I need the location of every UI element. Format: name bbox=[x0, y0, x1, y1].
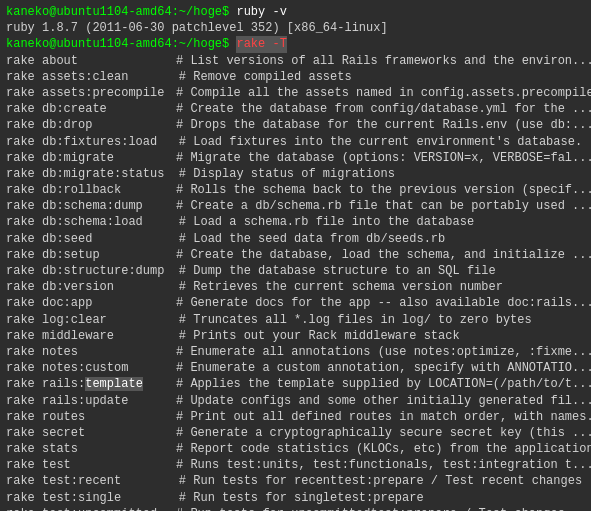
rake-task-name: rake secret bbox=[6, 425, 176, 441]
terminal-line: rake db:fixtures:load # Load fixtures in… bbox=[6, 134, 585, 150]
rake-task-name: rake db:structure:dump bbox=[6, 263, 179, 279]
rake-task-desc: # Create a db/schema.rb file that can be… bbox=[176, 198, 591, 214]
rake-task-name: rake db:version bbox=[6, 279, 179, 295]
rake-task-name: rake assets:clean bbox=[6, 69, 179, 85]
rake-task-desc: # Run tests for recenttest:prepare / Tes… bbox=[179, 473, 582, 489]
terminal-line: rake test # Runs test:units, test:functi… bbox=[6, 457, 585, 473]
terminal-line: rake rails:update # Update configs and s… bbox=[6, 393, 585, 409]
terminal-line: rake stats # Report code statistics (KLO… bbox=[6, 441, 585, 457]
rake-task-desc: # Generate a cryptographically secure se… bbox=[176, 425, 591, 441]
rake-task-name: rake rails:update bbox=[6, 393, 176, 409]
rake-task-name: rake doc:app bbox=[6, 295, 176, 311]
terminal-line: rake test:single # Run tests for singlet… bbox=[6, 490, 585, 506]
terminal-line: rake test:recent # Run tests for recentt… bbox=[6, 473, 585, 489]
terminal-line: rake db:version # Retrieves the current … bbox=[6, 279, 585, 295]
rake-task-name: rake db:setup bbox=[6, 247, 176, 263]
terminal-line: kaneko@ubuntu1104-amd64:~/hoge$ ruby -v bbox=[6, 4, 585, 20]
rake-task-desc: # Dump the database structure to an SQL … bbox=[179, 263, 496, 279]
rake-task-desc: # Compile all the assets named in config… bbox=[176, 85, 591, 101]
terminal-line: rake db:rollback # Rolls the schema back… bbox=[6, 182, 585, 198]
prompt: kaneko@ubuntu1104-amd64:~/hoge$ bbox=[6, 36, 236, 52]
terminal-line: rake about # List versions of all Rails … bbox=[6, 53, 585, 69]
rake-task-name: rake db:rollback bbox=[6, 182, 176, 198]
rake-task-name: rake db:schema:load bbox=[6, 214, 179, 230]
rake-task-name: rake routes bbox=[6, 409, 176, 425]
terminal-line: rake db:structure:dump # Dump the databa… bbox=[6, 263, 585, 279]
terminal-line: rake db:schema:load # Load a schema.rb f… bbox=[6, 214, 585, 230]
rake-task-desc: # List versions of all Rails frameworks … bbox=[176, 53, 591, 69]
rake-task-desc: # Generate docs for the app -- also avai… bbox=[176, 295, 591, 311]
rake-task-name: rake db:migrate:status bbox=[6, 166, 179, 182]
rake-task-desc: # Create the database, load the schema, … bbox=[176, 247, 591, 263]
rake-task-name: rake notes:custom bbox=[6, 360, 176, 376]
rake-task-name: rake db:fixtures:load bbox=[6, 134, 179, 150]
rake-task-name: rake stats bbox=[6, 441, 176, 457]
terminal-line: rake notes # Enumerate all annotations (… bbox=[6, 344, 585, 360]
terminal-line: ruby 1.8.7 (2011-06-30 patchlevel 352) [… bbox=[6, 20, 585, 36]
terminal-line: rake db:drop # Drops the database for th… bbox=[6, 117, 585, 133]
prompt: kaneko@ubuntu1104-amd64:~/hoge$ bbox=[6, 4, 236, 20]
terminal-line: rake assets:precompile # Compile all the… bbox=[6, 85, 585, 101]
rake-task-desc: # Print out all defined routes in match … bbox=[176, 409, 591, 425]
terminal-line: rake db:create # Create the database fro… bbox=[6, 101, 585, 117]
rake-task-desc: # Prints out your Rack middleware stack bbox=[179, 328, 460, 344]
rake-task-desc: # Remove compiled assets bbox=[179, 69, 352, 85]
rake-task-name: rake db:seed bbox=[6, 231, 179, 247]
command: ruby -v bbox=[236, 4, 286, 20]
rake-task-desc: # Applies the template supplied by LOCAT… bbox=[176, 376, 591, 392]
rake-task-desc: # Migrate the database (options: VERSION… bbox=[176, 150, 591, 166]
terminal-line: rake doc:app # Generate docs for the app… bbox=[6, 295, 585, 311]
rake-task-desc: # Rolls the schema back to the previous … bbox=[176, 182, 591, 198]
terminal-line: rake db:setup # Create the database, loa… bbox=[6, 247, 585, 263]
rake-task-desc: # Run tests for singletest:prepare bbox=[179, 490, 424, 506]
rake-task-desc: # Load fixtures into the current environ… bbox=[179, 134, 582, 150]
rake-task-desc: # Runs test:units, test:functionals, tes… bbox=[176, 457, 591, 473]
rake-task-name: rake db:create bbox=[6, 101, 176, 117]
terminal-line: kaneko@ubuntu1104-amd64:~/hoge$ rake -T bbox=[6, 36, 585, 52]
terminal-line: rake test:uncommitted # Run tests for un… bbox=[6, 506, 585, 511]
terminal-line: rake secret # Generate a cryptographical… bbox=[6, 425, 585, 441]
terminal-line: rake notes:custom # Enumerate a custom a… bbox=[6, 360, 585, 376]
rake-task-name: rake db:drop bbox=[6, 117, 176, 133]
rake-task-name: rake test:recent bbox=[6, 473, 179, 489]
rake-task-name: rake rails:template bbox=[6, 376, 176, 392]
rake-task-desc: # Retrieves the current schema version n… bbox=[179, 279, 503, 295]
rake-task-desc: # Display status of migrations bbox=[179, 166, 395, 182]
rake-task-name: rake test:single bbox=[6, 490, 179, 506]
rake-task-desc: # Load a schema.rb file into the databas… bbox=[179, 214, 474, 230]
terminal-line: rake log:clear # Truncates all *.log fil… bbox=[6, 312, 585, 328]
terminal-line: rake rails:template # Applies the templa… bbox=[6, 376, 585, 392]
terminal-line: rake assets:clean # Remove compiled asse… bbox=[6, 69, 585, 85]
terminal-line: rake db:migrate # Migrate the database (… bbox=[6, 150, 585, 166]
terminal-line: rake middleware # Prints out your Rack m… bbox=[6, 328, 585, 344]
rake-task-desc: # Create the database from config/databa… bbox=[176, 101, 591, 117]
terminal-window: kaneko@ubuntu1104-amd64:~/hoge$ ruby -vr… bbox=[0, 0, 591, 511]
terminal-line: rake db:seed # Load the seed data from d… bbox=[6, 231, 585, 247]
terminal-line: rake routes # Print out all defined rout… bbox=[6, 409, 585, 425]
rake-task-name: rake notes bbox=[6, 344, 176, 360]
terminal-line: rake db:migrate:status # Display status … bbox=[6, 166, 585, 182]
rake-task-desc: # Drops the database for the current Rai… bbox=[176, 117, 591, 133]
rake-task-name: rake middleware bbox=[6, 328, 179, 344]
rake-task-desc: # Enumerate all annotations (use notes:o… bbox=[176, 344, 591, 360]
rake-task-name: rake db:migrate bbox=[6, 150, 176, 166]
rake-task-desc: # Run tests for uncommittedtest:prepare … bbox=[176, 506, 591, 511]
rake-task-desc: # Report code statistics (KLOCs, etc) fr… bbox=[176, 441, 591, 457]
rake-task-desc: # Update configs and some other initiall… bbox=[176, 393, 591, 409]
rake-task-desc: # Truncates all *.log files in log/ to z… bbox=[179, 312, 532, 328]
terminal-line: rake db:schema:dump # Create a db/schema… bbox=[6, 198, 585, 214]
rake-task-name: rake test:uncommitted bbox=[6, 506, 176, 511]
rake-task-name: rake assets:precompile bbox=[6, 85, 176, 101]
rake-task-name: rake about bbox=[6, 53, 176, 69]
rake-task-name: rake test bbox=[6, 457, 176, 473]
rake-task-desc: # Enumerate a custom annotation, specify… bbox=[176, 360, 591, 376]
rake-task-desc: # Load the seed data from db/seeds.rb bbox=[179, 231, 445, 247]
command: rake -T bbox=[236, 36, 286, 52]
rake-task-name: rake log:clear bbox=[6, 312, 179, 328]
rake-task-name: rake db:schema:dump bbox=[6, 198, 176, 214]
